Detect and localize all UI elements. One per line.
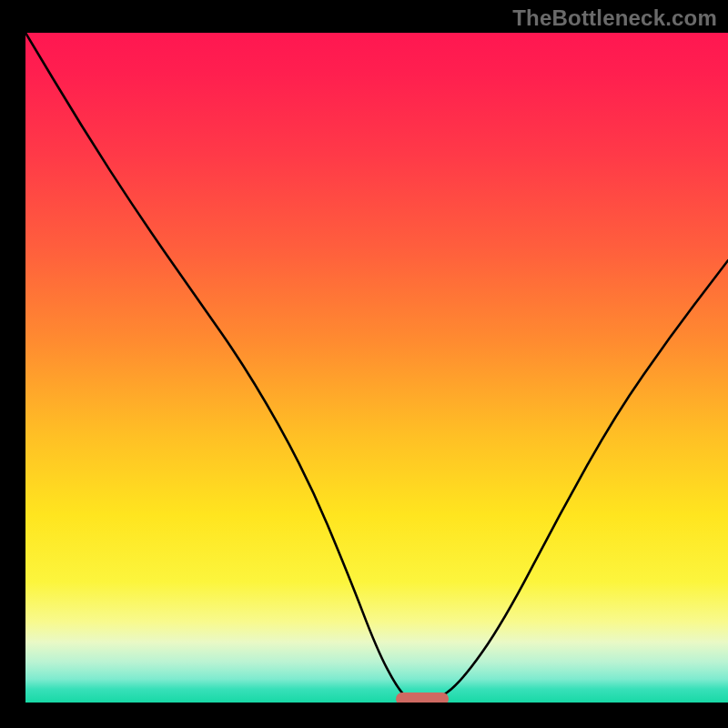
chart-frame: TheBottleneck.com bbox=[0, 0, 728, 728]
curve-layer bbox=[25, 33, 728, 703]
bottleneck-curve-path bbox=[25, 33, 728, 703]
plot-area bbox=[25, 33, 728, 703]
minimum-marker bbox=[396, 693, 449, 703]
watermark-text: TheBottleneck.com bbox=[512, 5, 717, 31]
